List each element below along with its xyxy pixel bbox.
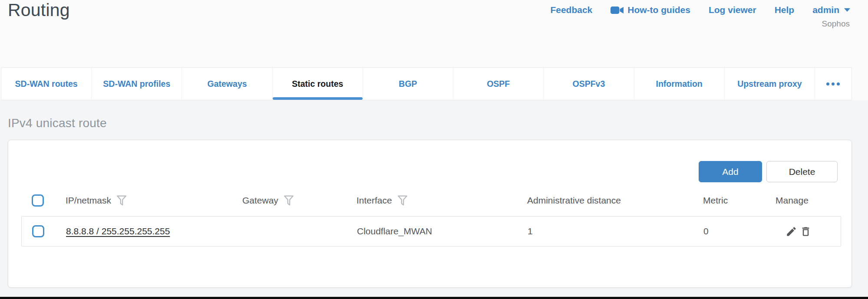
cell-interface: Cloudflare_MWAN <box>357 226 528 237</box>
section-title: IPv4 unicast route <box>8 116 107 130</box>
tab-label: Information <box>656 79 703 89</box>
tab-sd-wan-routes[interactable]: SD-WAN routes <box>1 68 91 100</box>
column-label: IP/netmask <box>66 195 111 206</box>
tab-sd-wan-profiles[interactable]: SD-WAN profiles <box>91 68 182 100</box>
tab-label: Gateways <box>208 79 247 89</box>
column-label: Gateway <box>242 195 278 206</box>
filter-icon[interactable] <box>284 195 294 207</box>
tab-label: SD-WAN routes <box>15 79 78 89</box>
more-horizontal-icon <box>832 82 835 85</box>
tab-more-menu[interactable] <box>815 68 851 100</box>
filter-icon[interactable] <box>116 195 127 207</box>
active-tab-underline <box>273 97 363 100</box>
tab-bgp[interactable]: BGP <box>363 68 453 100</box>
log-viewer-link-label: Log viewer <box>709 5 756 15</box>
delete-trash-icon[interactable] <box>800 226 812 237</box>
screen-edge-bar <box>0 297 868 299</box>
user-menu[interactable]: admin <box>812 5 850 15</box>
edit-pencil-icon[interactable] <box>785 226 797 237</box>
cell-manage <box>776 226 841 237</box>
column-label: Manage <box>776 195 809 206</box>
page-title: Routing <box>8 0 70 20</box>
help-link-label: Help <box>775 5 795 15</box>
column-label: Interface <box>356 195 392 206</box>
cell-admin-distance: 1 <box>528 226 703 237</box>
delete-button[interactable]: Delete <box>766 161 838 182</box>
tab-label: OSPFv3 <box>573 79 605 89</box>
toolbar: Add Delete <box>699 161 838 182</box>
table-header: IP/netmask Gateway Interface Administrat… <box>21 191 841 210</box>
table-row: 8.8.8.8 / 255.255.255.255 Cloudflare_MWA… <box>21 216 841 246</box>
brand-label: Sophos <box>822 19 850 29</box>
column-ip-netmask: IP/netmask <box>66 195 242 207</box>
tab-label: BGP <box>399 79 417 89</box>
column-label: Administrative distance <box>527 195 621 206</box>
tab-label: SD-WAN profiles <box>103 79 170 89</box>
tab-label: OSPF <box>487 79 510 89</box>
top-nav: Feedback How-to guides Log viewer Help a… <box>550 5 850 15</box>
tab-ospfv3[interactable]: OSPFv3 <box>543 68 634 100</box>
column-admin-distance: Administrative distance <box>527 195 703 206</box>
tab-upstream-proxy[interactable]: Upstream proxy <box>724 68 815 100</box>
tab-label: Static routes <box>292 79 343 89</box>
howto-guides-link-label: How-to guides <box>627 5 690 15</box>
user-menu-label: admin <box>812 5 839 15</box>
static-routes-panel: Add Delete IP/netmask Gateway Interface … <box>8 140 852 288</box>
caret-down-icon <box>844 8 850 12</box>
cell-ip-netmask: 8.8.8.8 / 255.255.255.255 <box>66 226 243 237</box>
help-link[interactable]: Help <box>775 5 795 15</box>
feedback-link-label: Feedback <box>550 5 592 15</box>
tab-information[interactable]: Information <box>634 68 724 100</box>
column-interface: Interface <box>356 195 527 207</box>
tab-gateways[interactable]: Gateways <box>182 68 272 100</box>
routing-tabbar: SD-WAN routes SD-WAN profiles Gateways S… <box>1 67 852 100</box>
tab-label: Upstream proxy <box>737 79 802 89</box>
howto-guides-link[interactable]: How-to guides <box>611 5 690 15</box>
row-checkbox[interactable] <box>32 225 44 237</box>
more-horizontal-icon <box>826 82 829 85</box>
row-checkbox-cell <box>22 225 66 237</box>
ip-netmask-link[interactable]: 8.8.8.8 / 255.255.255.255 <box>66 226 170 236</box>
tab-ospf[interactable]: OSPF <box>453 68 543 100</box>
video-camera-icon <box>611 6 624 15</box>
add-button[interactable]: Add <box>699 161 762 182</box>
column-gateway: Gateway <box>242 195 356 207</box>
header-checkbox-cell <box>21 194 66 207</box>
column-label: Metric <box>703 195 728 206</box>
tab-static-routes[interactable]: Static routes <box>272 68 363 100</box>
cell-metric: 0 <box>703 226 776 237</box>
log-viewer-link[interactable]: Log viewer <box>709 5 756 15</box>
column-manage: Manage <box>776 195 841 206</box>
column-metric: Metric <box>703 195 776 206</box>
select-all-checkbox[interactable] <box>32 194 44 207</box>
filter-icon[interactable] <box>397 195 408 207</box>
feedback-link[interactable]: Feedback <box>550 5 592 15</box>
more-horizontal-icon <box>837 82 840 85</box>
